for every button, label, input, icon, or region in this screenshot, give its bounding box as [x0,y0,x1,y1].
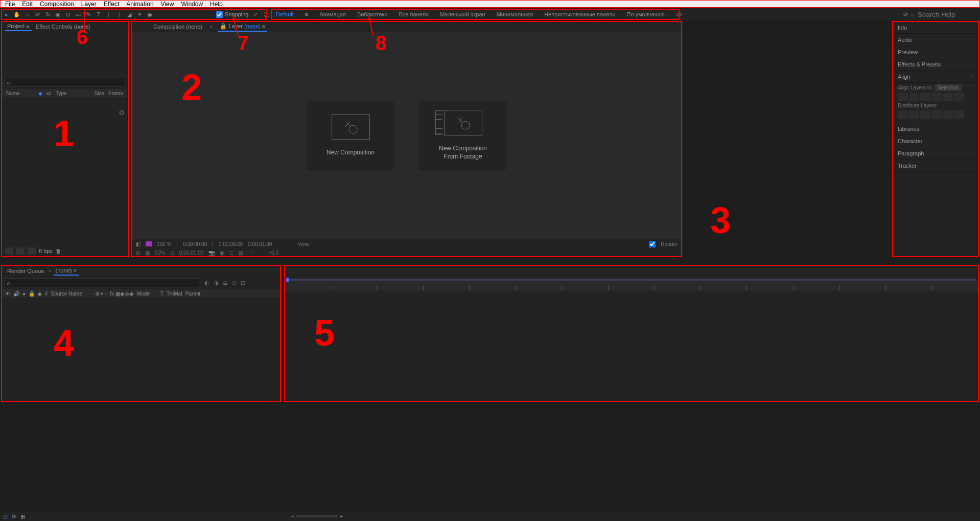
col-source-name[interactable]: Source Name [51,291,92,297]
type-tool-icon[interactable]: T [94,10,103,19]
snap-opt1-icon[interactable]: ⤢ [251,10,260,19]
col-label-icon[interactable]: ◆ [38,291,42,297]
clone-tool-icon[interactable]: ⟊ [114,10,124,19]
camera-tool-icon[interactable]: ▣ [53,10,62,19]
menu-composition[interactable]: Composition [36,1,78,8]
current-time[interactable]: 0:00:00:00 [179,250,203,256]
dist-bottom-icon[interactable] [920,110,930,119]
status-icon2[interactable]: ⟳ [12,513,16,520]
channel-icon[interactable]: ◧ [136,241,141,247]
roto-tool-icon[interactable]: ✶ [135,10,144,19]
workspace-minimal[interactable]: Минимальная [497,11,533,17]
col-t[interactable]: T [160,291,164,297]
snapping-checkbox[interactable] [216,11,223,18]
col-audio-icon[interactable]: 🔊 [13,291,19,297]
3d-icon[interactable]: ⬚ [248,250,253,256]
align-hcenter-icon[interactable] [909,93,919,101]
workspace-default-ru[interactable]: По умолчанию [626,11,664,17]
align-left-icon[interactable] [898,93,908,101]
panel-info[interactable]: Info [894,21,978,34]
col-hash[interactable]: # [45,291,48,297]
search-help-input[interactable] [918,11,974,18]
flowchart-icon[interactable]: ⌬ [119,109,124,116]
tab-effect-controls[interactable]: Effect Controls (none) [34,22,92,31]
status-icon1[interactable]: ⊡ [3,513,8,520]
dist-vcenter-icon[interactable] [909,110,919,119]
mask-icon[interactable]: ▦ [145,250,150,256]
zoom-out-icon[interactable]: − [291,513,294,519]
snap-opt2-icon[interactable]: ⛶ [262,10,271,19]
zoom-tool-icon[interactable]: ⌕ [22,10,32,19]
tab-timeline-none[interactable]: (none) ≡ [54,266,79,276]
tl-opt2-icon[interactable]: ◑ [214,280,219,286]
new-folder-icon[interactable] [16,247,25,255]
region-icon[interactable]: ⊏ [229,250,234,256]
time-duration[interactable]: 0:00:00:29 [219,241,243,247]
rectangle-tool-icon[interactable]: ▭ [74,10,83,19]
align-menu-icon[interactable]: ≡ [971,74,974,80]
res-icon[interactable]: ⊡ [170,250,174,256]
lock-icon[interactable]: 🔒 [220,23,227,30]
col-parent[interactable]: Parent [185,291,206,297]
timeline-tab-menu-icon[interactable]: ≡ [73,267,76,274]
interpret-footage-icon[interactable] [5,247,13,255]
hand-tool-icon[interactable]: ✋ [12,10,21,19]
new-comp-icon[interactable] [28,247,36,255]
project-search[interactable]: ⌕ [4,78,125,87]
tl-opt3-icon[interactable]: ◒ [223,280,228,286]
status-icon3[interactable]: ⊞ [20,513,25,520]
panel-character[interactable]: Character [894,135,978,147]
zoom-value[interactable]: 100 % [157,241,171,247]
viewer-zoom[interactable]: 50% [155,250,165,256]
transparency-icon[interactable]: ▨ [239,250,243,256]
workspace-libraries[interactable]: Библиотеки [357,11,388,17]
workspace-all-panels[interactable]: Все панели [399,11,429,17]
pan-behind-tool-icon[interactable]: ⊙ [63,10,73,19]
col-switches-icon[interactable]: ⚙✦⟋ fx ▦◉◎◉ [95,291,134,297]
panel-align[interactable]: Align≡ [894,71,978,83]
time-start[interactable]: 0:00:00:00 [183,241,207,247]
col-type[interactable]: Type [56,90,67,96]
tl-opt4-icon[interactable]: ⊙ [232,280,237,286]
timeline-scrubber[interactable] [286,279,976,281]
col-frame[interactable]: Frame [108,90,123,96]
tab-project[interactable]: Project ≡ [5,22,32,31]
tl-opt1-icon[interactable]: ◐ [204,280,209,286]
bpc-toggle[interactable]: 8 bpc [39,248,53,254]
workspace-animation[interactable]: Анимация [319,11,346,17]
tab-composition[interactable]: Composition (none) [151,22,204,31]
orbit-tool-icon[interactable]: ⟳ [33,10,42,19]
workspace-menu-icon[interactable]: ≡ [305,11,308,17]
tab-layer[interactable]: 🔒 Layer (none) ≡ [218,22,267,32]
panel-libraries[interactable]: Libraries [894,123,978,135]
dist-top-icon[interactable] [898,110,908,119]
col-lock-icon[interactable]: 🔒 [29,291,35,297]
rotate-tool-icon[interactable]: ↻ [43,10,52,19]
timeline-ruler[interactable] [284,281,978,291]
grid-icon[interactable]: ⊞ [136,250,140,256]
project-tab-menu-icon[interactable]: ≡ [26,23,29,29]
col-mode[interactable]: Mode [137,291,157,297]
panel-paragraph[interactable]: Paragraph [894,147,978,160]
timeline-search[interactable]: ⌕ [4,278,198,287]
new-composition-from-footage-button[interactable]: New CompositionFrom Footage [419,101,506,170]
dist-left-icon[interactable] [931,110,942,119]
col-solo-icon[interactable]: ● [22,291,26,297]
tl-opt5-icon[interactable]: ⊡ [241,280,245,286]
panel-audio[interactable]: Audio [894,34,978,46]
snapshot-icon[interactable]: 📷 [208,250,215,256]
puppet-tool-icon[interactable]: ◉ [145,10,154,19]
menu-window[interactable]: Window [177,1,206,8]
workspace-small-screen[interactable]: Маленький экран [440,11,485,17]
zoom-in-icon[interactable]: + [339,513,342,519]
panel-tracker[interactable]: Tracker [894,160,978,172]
layer-tab-menu-icon[interactable]: ≡ [262,23,265,29]
col-trkmat[interactable]: TrkMat [167,291,182,297]
dist-right-icon[interactable] [954,110,964,119]
layer-none-link[interactable]: (none) [244,23,261,29]
dist-hcenter-icon[interactable] [943,110,953,119]
exposure-value[interactable]: +0,0 [268,250,278,256]
eraser-tool-icon[interactable]: ◢ [125,10,134,19]
workspace-undocked[interactable]: Непристыкованные панели [544,11,615,17]
sync-icon[interactable]: ⟳ [903,11,908,18]
